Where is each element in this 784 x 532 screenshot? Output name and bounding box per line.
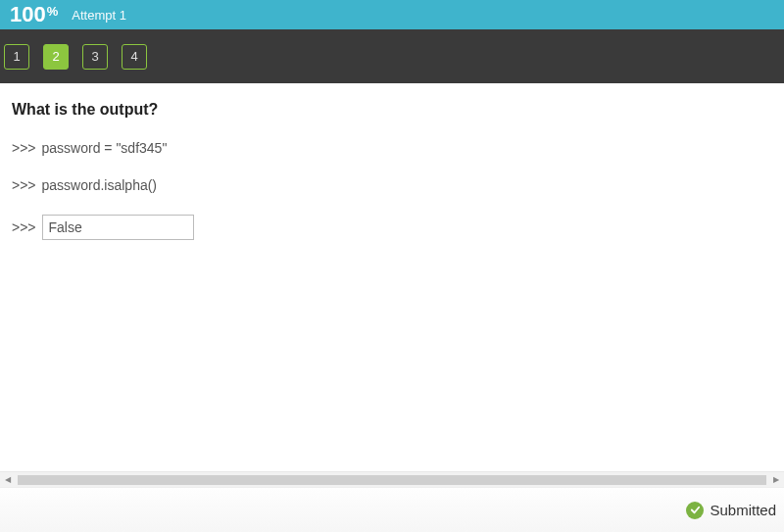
code-line-1: >>> password = "sdf345" <box>12 140 772 156</box>
score-header: 100 % Attempt 1 <box>0 0 784 29</box>
nav-question-4[interactable]: 4 <box>122 44 147 70</box>
question-nav: 1 2 3 4 <box>0 29 784 83</box>
code-text: password.isalpha() <box>42 177 158 193</box>
check-circle-icon <box>686 502 704 519</box>
percent-sign: % <box>47 4 59 19</box>
nav-question-3[interactable]: 3 <box>82 44 108 70</box>
code-text: password = "sdf345" <box>42 140 168 156</box>
score-number: 100 <box>10 2 46 27</box>
submitted-status: Submitted <box>686 502 776 519</box>
question-title: What is the output? <box>12 101 772 119</box>
answer-row: >>> <box>12 215 772 240</box>
nav-question-2[interactable]: 2 <box>43 44 69 70</box>
code-line-2: >>> password.isalpha() <box>12 177 772 193</box>
repl-prompt: >>> <box>12 177 36 193</box>
status-text: Submitted <box>710 502 776 518</box>
repl-prompt: >>> <box>12 140 36 156</box>
horizontal-scrollbar[interactable]: ◀ ▶ <box>0 471 784 487</box>
scroll-right-icon[interactable]: ▶ <box>768 472 784 488</box>
footer-bar: Submitted <box>0 487 784 532</box>
question-content: What is the output? >>> password = "sdf3… <box>0 83 784 487</box>
repl-prompt: >>> <box>12 219 36 235</box>
answer-input[interactable] <box>42 215 194 240</box>
scroll-left-icon[interactable]: ◀ <box>0 472 16 488</box>
attempt-label: Attempt 1 <box>72 8 126 23</box>
scrollbar-track[interactable] <box>18 475 766 485</box>
nav-question-1[interactable]: 1 <box>4 44 29 70</box>
score-value: 100 % <box>10 2 58 27</box>
